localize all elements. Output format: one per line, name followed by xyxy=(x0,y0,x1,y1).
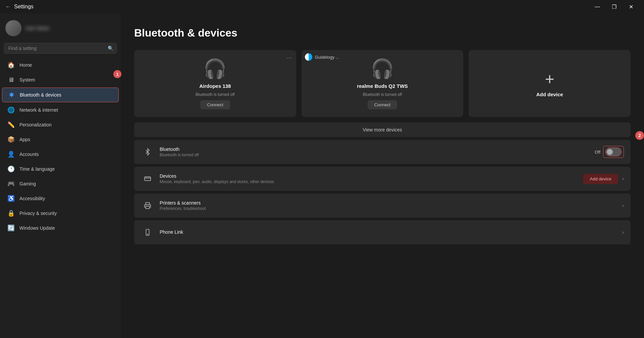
view-more-section: View more devices xyxy=(134,122,631,137)
printers-row[interactable]: Printers & scanners Preferences, trouble… xyxy=(134,193,631,218)
device-status-airdopes: Bluetooth is turned off xyxy=(196,92,235,97)
phone-link-right: › xyxy=(622,229,624,235)
printers-row-icon xyxy=(141,199,154,212)
content-area: User Name 🔍 🏠 Home 🖥 System 1 ✱ Bluetoot… xyxy=(0,13,644,338)
update-icon: 🔄 xyxy=(7,224,15,232)
device-name-airdopes: Airdopes 138 xyxy=(199,83,231,89)
svg-point-3 xyxy=(147,234,148,235)
search-box: 🔍 xyxy=(4,43,117,54)
headphone-icon-airdopes: 🎧 xyxy=(203,58,227,80)
bluetooth-toggle-box xyxy=(603,146,624,158)
nav-item-apps[interactable]: 📦 Apps xyxy=(2,132,119,147)
page-title: Bluetooth & devices xyxy=(134,27,631,39)
titlebar: ← Settings — ❐ ✕ xyxy=(0,0,644,13)
guidelogy-icon xyxy=(305,53,312,61)
annotation-badge-2: 2 xyxy=(635,131,644,140)
titlebar-controls: — ❐ ✕ xyxy=(590,1,639,12)
minimize-button[interactable]: — xyxy=(590,1,605,12)
accessibility-icon: ♿ xyxy=(7,195,15,202)
add-device-card[interactable]: + Add device xyxy=(469,50,631,117)
toggle-knob xyxy=(607,149,613,155)
user-profile: User Name xyxy=(0,16,121,43)
printers-title: Printers & scanners xyxy=(160,200,622,206)
maximize-button[interactable]: ❐ xyxy=(606,1,622,12)
devices-section: Devices Mouse, keyboard, pen, audio, dis… xyxy=(134,167,631,191)
apps-icon: 📦 xyxy=(7,136,15,143)
device-card-airdopes: ⋯ 🎧 Airdopes 138 Bluetooth is turned off… xyxy=(134,50,296,117)
devices-row[interactable]: Devices Mouse, keyboard, pen, audio, dis… xyxy=(134,167,631,191)
connect-button-realme[interactable]: Connect xyxy=(368,100,397,109)
bluetooth-row[interactable]: Bluetooth Bluetooth is turned off Off 2 xyxy=(134,140,631,164)
bluetooth-toggle-wrapper: Off 2 xyxy=(595,146,624,158)
system-badge: 1 xyxy=(113,70,121,78)
titlebar-left: ← Settings xyxy=(5,4,34,10)
printers-section: Printers & scanners Preferences, trouble… xyxy=(134,193,631,218)
headphone-icon-realme: 🎧 xyxy=(371,58,394,80)
main-content: Bluetooth & devices ⋯ 🎧 Airdopes 138 Blu… xyxy=(121,13,644,338)
nav-item-personalization[interactable]: ✏️ Personalization xyxy=(2,118,119,132)
bluetooth-right: Off 2 xyxy=(595,146,624,158)
nav-item-accessibility[interactable]: ♿ Accessibility xyxy=(2,191,119,206)
guidelogy-label: Guidelogy ... xyxy=(315,55,339,60)
close-button[interactable]: ✕ xyxy=(623,1,639,12)
phone-link-title: Phone Link xyxy=(160,229,622,235)
nav-item-accounts[interactable]: 👤 Accounts xyxy=(2,147,119,161)
view-more-label: View more devices xyxy=(363,127,402,132)
bluetooth-row-icon xyxy=(141,145,154,159)
phone-link-icon xyxy=(141,226,154,239)
nav-item-home[interactable]: 🏠 Home xyxy=(2,58,119,72)
accounts-icon: 👤 xyxy=(7,151,15,158)
printers-right: › xyxy=(622,203,624,209)
settings-window: ← Settings — ❐ ✕ User Name 🔍 xyxy=(0,0,644,338)
phone-link-row[interactable]: Phone Link › xyxy=(134,220,631,244)
bluetooth-toggle[interactable] xyxy=(605,148,622,156)
phone-link-section: Phone Link › xyxy=(134,220,631,244)
devices-chevron-icon: › xyxy=(622,176,624,182)
view-more-row[interactable]: View more devices xyxy=(134,122,631,137)
nav-item-network[interactable]: 🌐 Network & internet xyxy=(2,103,119,117)
add-icon: + xyxy=(545,70,554,88)
nav-item-bluetooth[interactable]: ✱ Bluetooth & devices xyxy=(2,88,119,102)
search-icon: 🔍 xyxy=(108,46,113,51)
nav-item-update[interactable]: 🔄 Windows Update xyxy=(2,221,119,235)
devices-text: Devices Mouse, keyboard, pen, audio, dis… xyxy=(160,173,583,184)
titlebar-title: Settings xyxy=(14,4,34,10)
device-menu-icon[interactable]: ⋯ xyxy=(286,54,292,61)
nav-item-system[interactable]: 🖥 System 1 xyxy=(2,73,119,87)
devices-subtitle: Mouse, keyboard, pen, audio, displays an… xyxy=(160,179,583,184)
nav-item-gaming[interactable]: 🎮 Gaming xyxy=(2,177,119,191)
connect-button-airdopes[interactable]: Connect xyxy=(200,100,230,109)
avatar xyxy=(5,20,21,36)
devices-title: Devices xyxy=(160,173,583,179)
phone-link-chevron-icon: › xyxy=(622,229,624,235)
nav-item-privacy[interactable]: 🔒 Privacy & security xyxy=(2,206,119,220)
svg-rect-1 xyxy=(146,206,150,209)
network-icon: 🌐 xyxy=(7,106,15,114)
system-icon: 🖥 xyxy=(7,76,15,83)
privacy-icon: 🔒 xyxy=(7,210,15,217)
time-icon: 🕐 xyxy=(7,165,15,173)
sidebar: User Name 🔍 🏠 Home 🖥 System 1 ✱ Bluetoot… xyxy=(0,13,121,338)
bluetooth-title: Bluetooth xyxy=(160,147,595,152)
search-input[interactable] xyxy=(4,43,117,54)
add-device-button[interactable]: Add device xyxy=(583,174,618,184)
nav-item-time[interactable]: 🕐 Time & language xyxy=(2,162,119,176)
bluetooth-section: Bluetooth Bluetooth is turned off Off 2 xyxy=(134,140,631,164)
printers-text: Printers & scanners Preferences, trouble… xyxy=(160,200,622,211)
user-name: User Name xyxy=(25,25,49,31)
back-icon[interactable]: ← xyxy=(5,4,11,10)
bluetooth-subtitle: Bluetooth is turned off xyxy=(160,153,595,157)
phone-link-text: Phone Link xyxy=(160,229,622,235)
svg-rect-0 xyxy=(145,177,151,181)
devices-row-icon xyxy=(141,172,154,185)
device-status-realme: Bluetooth is turned off xyxy=(363,92,402,97)
toggle-label: Off xyxy=(595,150,600,155)
device-name-realme: realme Buds Q2 TWS xyxy=(357,83,408,89)
device-card-realme: Guidelogy ... 🎧 realme Buds Q2 TWS Bluet… xyxy=(302,50,464,117)
bluetooth-text: Bluetooth Bluetooth is turned off xyxy=(160,147,595,157)
printers-subtitle: Preferences, troubleshoot xyxy=(160,206,622,211)
add-device-label: Add device xyxy=(536,92,563,97)
bluetooth-nav-icon: ✱ xyxy=(8,91,15,99)
device-cards: ⋯ 🎧 Airdopes 138 Bluetooth is turned off… xyxy=(134,50,631,117)
guidelogy-badge: Guidelogy ... xyxy=(305,53,460,61)
